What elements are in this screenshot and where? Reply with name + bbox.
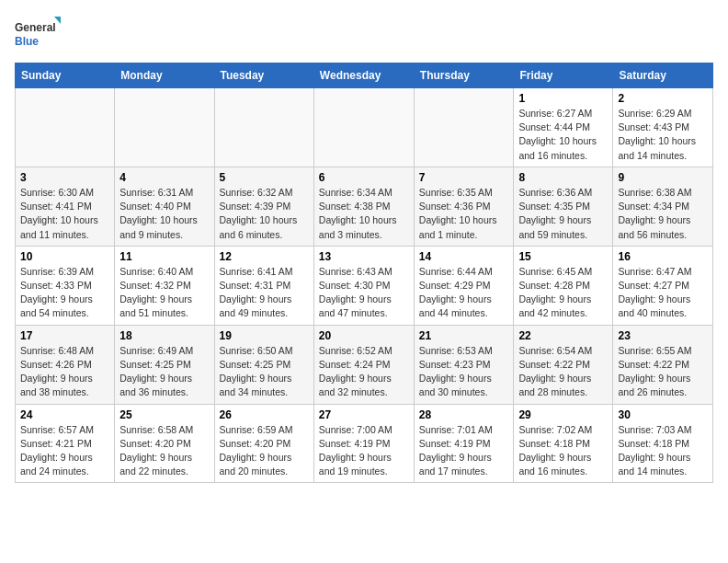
calendar-cell: [214, 88, 313, 167]
day-number: 4: [119, 171, 209, 184]
calendar-cell: 20Sunrise: 6:52 AM Sunset: 4:24 PM Dayli…: [313, 325, 414, 404]
day-number: 27: [319, 408, 409, 421]
day-number: 29: [518, 408, 608, 421]
day-info: Sunrise: 6:31 AM Sunset: 4:40 PM Dayligh…: [119, 186, 209, 242]
day-info: Sunrise: 6:58 AM Sunset: 4:20 PM Dayligh…: [119, 423, 209, 479]
logo: General Blue: [15, 15, 61, 52]
day-number: 21: [419, 329, 509, 342]
day-info: Sunrise: 6:57 AM Sunset: 4:21 PM Dayligh…: [20, 423, 109, 479]
calendar-cell: [115, 88, 214, 167]
day-info: Sunrise: 7:03 AM Sunset: 4:18 PM Dayligh…: [618, 423, 708, 479]
day-number: 25: [119, 408, 209, 421]
day-info: Sunrise: 6:55 AM Sunset: 4:22 PM Dayligh…: [618, 344, 708, 400]
day-info: Sunrise: 7:02 AM Sunset: 4:18 PM Dayligh…: [518, 423, 608, 479]
col-header-monday: Monday: [115, 63, 214, 88]
header: General Blue: [15, 15, 713, 52]
day-info: Sunrise: 6:49 AM Sunset: 4:25 PM Dayligh…: [119, 344, 209, 400]
day-info: Sunrise: 6:38 AM Sunset: 4:34 PM Dayligh…: [618, 186, 708, 242]
calendar-cell: 17Sunrise: 6:48 AM Sunset: 4:26 PM Dayli…: [16, 325, 115, 404]
day-info: Sunrise: 6:45 AM Sunset: 4:28 PM Dayligh…: [518, 265, 608, 321]
day-number: 24: [20, 408, 109, 421]
calendar-cell: [414, 88, 514, 167]
day-number: 16: [618, 250, 708, 263]
calendar-cell: 24Sunrise: 6:57 AM Sunset: 4:21 PM Dayli…: [16, 404, 115, 483]
calendar-cell: 16Sunrise: 6:47 AM Sunset: 4:27 PM Dayli…: [613, 246, 713, 325]
calendar-cell: 6Sunrise: 6:34 AM Sunset: 4:38 PM Daylig…: [313, 167, 414, 246]
day-number: 19: [220, 329, 309, 342]
day-info: Sunrise: 6:54 AM Sunset: 4:22 PM Dayligh…: [518, 344, 608, 400]
calendar: SundayMondayTuesdayWednesdayThursdayFrid…: [15, 63, 713, 483]
svg-text:General: General: [15, 21, 56, 34]
day-number: 15: [518, 250, 608, 263]
col-header-tuesday: Tuesday: [214, 63, 313, 88]
calendar-cell: [16, 88, 115, 167]
day-info: Sunrise: 6:41 AM Sunset: 4:31 PM Dayligh…: [220, 265, 309, 321]
calendar-cell: 4Sunrise: 6:31 AM Sunset: 4:40 PM Daylig…: [115, 167, 214, 246]
day-info: Sunrise: 6:43 AM Sunset: 4:30 PM Dayligh…: [319, 265, 409, 321]
day-number: 12: [220, 250, 309, 263]
calendar-cell: 22Sunrise: 6:54 AM Sunset: 4:22 PM Dayli…: [514, 325, 613, 404]
calendar-cell: 14Sunrise: 6:44 AM Sunset: 4:29 PM Dayli…: [414, 246, 514, 325]
day-info: Sunrise: 6:35 AM Sunset: 4:36 PM Dayligh…: [419, 186, 509, 242]
day-info: Sunrise: 7:00 AM Sunset: 4:19 PM Dayligh…: [319, 423, 409, 479]
col-header-thursday: Thursday: [414, 63, 514, 88]
day-number: 6: [319, 171, 409, 184]
calendar-cell: 15Sunrise: 6:45 AM Sunset: 4:28 PM Dayli…: [514, 246, 613, 325]
day-number: 26: [220, 408, 309, 421]
calendar-cell: 13Sunrise: 6:43 AM Sunset: 4:30 PM Dayli…: [313, 246, 414, 325]
calendar-cell: 28Sunrise: 7:01 AM Sunset: 4:19 PM Dayli…: [414, 404, 514, 483]
calendar-cell: 9Sunrise: 6:38 AM Sunset: 4:34 PM Daylig…: [613, 167, 713, 246]
calendar-cell: 11Sunrise: 6:40 AM Sunset: 4:32 PM Dayli…: [115, 246, 214, 325]
calendar-cell: 2Sunrise: 6:29 AM Sunset: 4:43 PM Daylig…: [613, 88, 713, 167]
day-info: Sunrise: 7:01 AM Sunset: 4:19 PM Dayligh…: [419, 423, 509, 479]
day-info: Sunrise: 6:32 AM Sunset: 4:39 PM Dayligh…: [220, 186, 309, 242]
day-info: Sunrise: 6:50 AM Sunset: 4:25 PM Dayligh…: [220, 344, 309, 400]
day-number: 17: [20, 329, 109, 342]
calendar-cell: 1Sunrise: 6:27 AM Sunset: 4:44 PM Daylig…: [514, 88, 613, 167]
calendar-cell: 5Sunrise: 6:32 AM Sunset: 4:39 PM Daylig…: [214, 167, 313, 246]
day-info: Sunrise: 6:52 AM Sunset: 4:24 PM Dayligh…: [319, 344, 409, 400]
day-info: Sunrise: 6:40 AM Sunset: 4:32 PM Dayligh…: [119, 265, 209, 321]
day-number: 18: [119, 329, 209, 342]
svg-text:Blue: Blue: [15, 35, 39, 48]
calendar-cell: 12Sunrise: 6:41 AM Sunset: 4:31 PM Dayli…: [214, 246, 313, 325]
day-info: Sunrise: 6:34 AM Sunset: 4:38 PM Dayligh…: [319, 186, 409, 242]
day-number: 23: [618, 329, 708, 342]
calendar-cell: 19Sunrise: 6:50 AM Sunset: 4:25 PM Dayli…: [214, 325, 313, 404]
day-number: 5: [220, 171, 309, 184]
calendar-cell: 26Sunrise: 6:59 AM Sunset: 4:20 PM Dayli…: [214, 404, 313, 483]
day-number: 13: [319, 250, 409, 263]
calendar-cell: 25Sunrise: 6:58 AM Sunset: 4:20 PM Dayli…: [115, 404, 214, 483]
day-info: Sunrise: 6:30 AM Sunset: 4:41 PM Dayligh…: [20, 186, 109, 242]
day-info: Sunrise: 6:27 AM Sunset: 4:44 PM Dayligh…: [518, 107, 608, 163]
day-number: 14: [419, 250, 509, 263]
calendar-cell: 30Sunrise: 7:03 AM Sunset: 4:18 PM Dayli…: [613, 404, 713, 483]
day-info: Sunrise: 6:47 AM Sunset: 4:27 PM Dayligh…: [618, 265, 708, 321]
calendar-cell: 21Sunrise: 6:53 AM Sunset: 4:23 PM Dayli…: [414, 325, 514, 404]
day-info: Sunrise: 6:59 AM Sunset: 4:20 PM Dayligh…: [220, 423, 309, 479]
col-header-friday: Friday: [514, 63, 613, 88]
calendar-cell: [313, 88, 414, 167]
calendar-cell: 3Sunrise: 6:30 AM Sunset: 4:41 PM Daylig…: [16, 167, 115, 246]
day-number: 11: [119, 250, 209, 263]
day-number: 9: [618, 171, 708, 184]
day-number: 22: [518, 329, 608, 342]
calendar-cell: 18Sunrise: 6:49 AM Sunset: 4:25 PM Dayli…: [115, 325, 214, 404]
col-header-saturday: Saturday: [613, 63, 713, 88]
day-info: Sunrise: 6:29 AM Sunset: 4:43 PM Dayligh…: [618, 107, 708, 163]
calendar-cell: 23Sunrise: 6:55 AM Sunset: 4:22 PM Dayli…: [613, 325, 713, 404]
calendar-cell: 10Sunrise: 6:39 AM Sunset: 4:33 PM Dayli…: [16, 246, 115, 325]
day-number: 30: [618, 408, 708, 421]
day-info: Sunrise: 6:39 AM Sunset: 4:33 PM Dayligh…: [20, 265, 109, 321]
calendar-cell: 29Sunrise: 7:02 AM Sunset: 4:18 PM Dayli…: [514, 404, 613, 483]
day-number: 8: [518, 171, 608, 184]
day-info: Sunrise: 6:48 AM Sunset: 4:26 PM Dayligh…: [20, 344, 109, 400]
day-info: Sunrise: 6:44 AM Sunset: 4:29 PM Dayligh…: [419, 265, 509, 321]
day-number: 20: [319, 329, 409, 342]
day-number: 2: [618, 92, 708, 105]
day-info: Sunrise: 6:36 AM Sunset: 4:35 PM Dayligh…: [518, 186, 608, 242]
calendar-cell: 8Sunrise: 6:36 AM Sunset: 4:35 PM Daylig…: [514, 167, 613, 246]
logo-svg: General Blue: [15, 15, 61, 52]
day-number: 28: [419, 408, 509, 421]
col-header-wednesday: Wednesday: [313, 63, 414, 88]
